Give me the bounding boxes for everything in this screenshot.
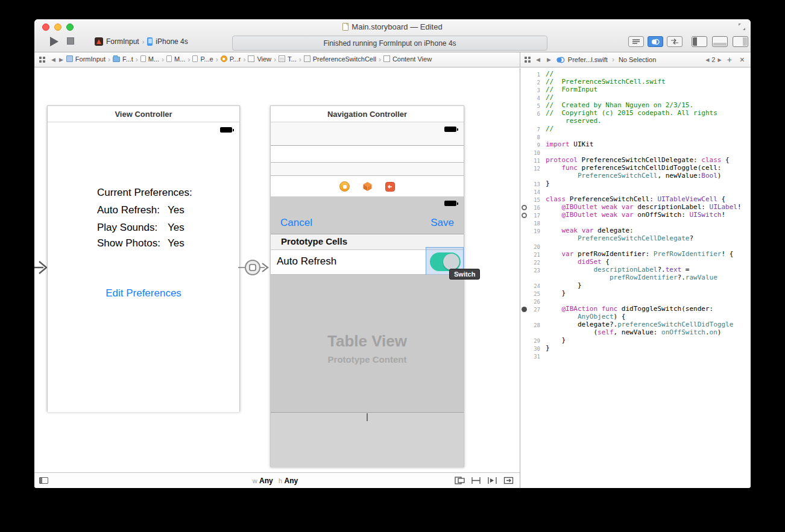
code-line: 25 } [520, 289, 751, 297]
code-line: 10 [520, 148, 751, 156]
assistant-counter: ◀ 2 ▶ [705, 56, 721, 63]
add-assistant-editor-button[interactable]: + [725, 55, 734, 64]
ib-label-row[interactable]: Play Sounds:Yes [97, 222, 157, 235]
preference-name-label[interactable]: Auto Refresh: [97, 204, 160, 216]
preference-name-label[interactable]: Show Photos: [97, 237, 160, 249]
ib-label-row[interactable]: Show Photos:Yes [97, 237, 160, 251]
assistant-jump-bar: ◀ ▶ Prefer...l.swift › No Selection ◀ 2 … [520, 52, 751, 67]
exit-icon[interactable] [385, 182, 395, 192]
code-line: 8 [520, 133, 751, 140]
navigation-controller-scene[interactable]: Navigation Controller [270, 105, 464, 467]
scheme-selector[interactable]: FormInput › iPhone 4s [95, 36, 188, 48]
ib-label-row[interactable]: Auto Refresh:Yes [97, 204, 160, 217]
code-line: 9import UIKit [520, 140, 751, 148]
view-controller-dock-icon[interactable] [339, 181, 350, 192]
breadcrumb-item[interactable]: P...e [191, 55, 214, 63]
code-line: prefRowIdentifier?.rawValue [520, 274, 751, 281]
scene-header[interactable]: Navigation Controller [271, 106, 464, 122]
forward-button[interactable]: ▶ [545, 57, 553, 63]
view-controller-scene[interactable]: View Controller Current Preferences:Auto… [47, 105, 240, 412]
app-icon [95, 37, 103, 46]
edit-preferences-button[interactable]: Edit Preferences [48, 287, 239, 299]
view-controller-view[interactable]: Current Preferences:Auto Refresh:YesPlay… [48, 122, 239, 412]
xcode-window: Main.storyboard — Edited FormInput › iPh… [34, 19, 751, 488]
iphone-icon [147, 37, 153, 46]
window-title: Main.storyboard — Edited [352, 22, 442, 31]
jump-bar: ◀ ▶ FormInput›F...t›M...›M...›P...e›P...… [34, 52, 751, 67]
switch-knob[interactable] [443, 254, 459, 270]
activity-status-text: Finished running FormInput on iPhone 4s [323, 39, 456, 48]
table-view-controller-nav-bar[interactable]: Cancel Save [271, 196, 464, 234]
version-editor-button[interactable] [667, 36, 683, 47]
line-number: 1 [527, 70, 540, 78]
preference-name-label[interactable]: Current Preferences: [97, 187, 192, 198]
preference-value-label[interactable]: Yes [168, 204, 184, 216]
fullscreen-arrows-icon[interactable] [738, 23, 746, 31]
table-view-lower-area[interactable] [271, 412, 464, 468]
line-number: 10 [527, 148, 540, 156]
back-button[interactable]: ◀ [49, 57, 57, 63]
assistant-selection[interactable]: No Selection [619, 56, 656, 63]
forward-button[interactable]: ▶ [57, 57, 65, 63]
scheme-name[interactable]: FormInput [106, 37, 139, 46]
breadcrumb-label: F...t [122, 55, 133, 63]
segue-arrow[interactable] [238, 257, 272, 278]
size-class-indicator[interactable]: w Any h Any [34, 477, 520, 485]
breadcrumb-item[interactable]: F...t [112, 55, 134, 63]
previous-counterpart-button[interactable]: ◀ [705, 57, 709, 63]
connection-well-icon[interactable] [520, 211, 527, 219]
related-items-icon[interactable] [39, 56, 46, 63]
save-bar-button[interactable]: Save [430, 217, 454, 229]
stop-button[interactable] [67, 37, 74, 45]
line-number: 30 [527, 344, 540, 352]
code-line: 19 weak var delegate: [520, 227, 751, 234]
update-frames-icon[interactable] [503, 477, 514, 484]
breadcrumb-item[interactable]: T... [277, 55, 298, 63]
breadcrumb-item[interactable]: View [247, 55, 273, 63]
interface-builder-canvas[interactable]: View Controller Current Preferences:Auto… [34, 68, 520, 488]
breadcrumb-item[interactable]: M... [165, 55, 186, 63]
assistant-editor-button[interactable] [648, 36, 663, 47]
navigation-controller-view[interactable]: Cancel Save Prototype Cells Auto Refresh… [271, 122, 464, 468]
destination-name[interactable]: iPhone 4s [156, 37, 188, 46]
chevron-right-icon: › [186, 55, 191, 64]
related-items-icon[interactable] [524, 56, 531, 63]
chevron-right-icon: › [611, 55, 616, 64]
preference-name-label[interactable]: Play Sounds: [97, 222, 157, 233]
assistant-file-name[interactable]: Prefer...l.swift [568, 56, 608, 63]
utilities-panel-button[interactable] [733, 36, 748, 47]
ib-label-row[interactable]: Current Preferences: [97, 187, 192, 200]
table-view-placeholder[interactable]: Table View Prototype Content [271, 275, 464, 412]
action-well-icon[interactable] [520, 305, 527, 313]
close-assistant-editor-button[interactable]: × [737, 55, 747, 64]
scene-header[interactable]: View Controller [48, 106, 239, 122]
breadcrumb-item[interactable]: Content View [382, 55, 433, 63]
table-view-cell[interactable]: Auto Refresh [271, 250, 464, 275]
line-number: 26 [527, 297, 540, 305]
view-icon [248, 55, 254, 62]
standard-editor-button[interactable] [628, 36, 644, 47]
cancel-bar-button[interactable]: Cancel [280, 217, 312, 229]
first-responder-icon[interactable] [362, 181, 373, 192]
debug-area-button[interactable] [712, 36, 728, 47]
resolve-auto-layout-icon[interactable] [487, 477, 497, 484]
line-number: 21 [527, 250, 540, 258]
breadcrumb-item[interactable]: FormInput [65, 55, 107, 63]
breadcrumb: FormInput›F...t›M...›M...›P...e›P...r›Vi… [65, 55, 433, 64]
breadcrumb-item[interactable]: P...r [219, 55, 242, 63]
navigator-panel-button[interactable] [692, 36, 707, 47]
run-button[interactable] [50, 37, 58, 46]
breadcrumb-item[interactable]: PreferenceSwitchCell [303, 55, 377, 63]
back-button[interactable]: ◀ [534, 57, 542, 63]
pin-icon[interactable] [471, 477, 481, 484]
align-icon[interactable] [455, 477, 465, 484]
source-editor[interactable]: 1//2// PreferenceSwitchCell.swift3// For… [520, 68, 751, 488]
preference-value-label[interactable]: Yes [168, 237, 184, 249]
breadcrumb-item[interactable]: M... [139, 55, 160, 63]
next-counterpart-button[interactable]: ▶ [717, 57, 721, 63]
connection-well-icon[interactable] [520, 203, 527, 211]
navigation-bar[interactable] [271, 122, 464, 146]
toolbar-strip[interactable] [271, 162, 464, 176]
cell-description-label[interactable]: Auto Refresh [277, 255, 336, 268]
preference-value-label[interactable]: Yes [168, 222, 184, 234]
